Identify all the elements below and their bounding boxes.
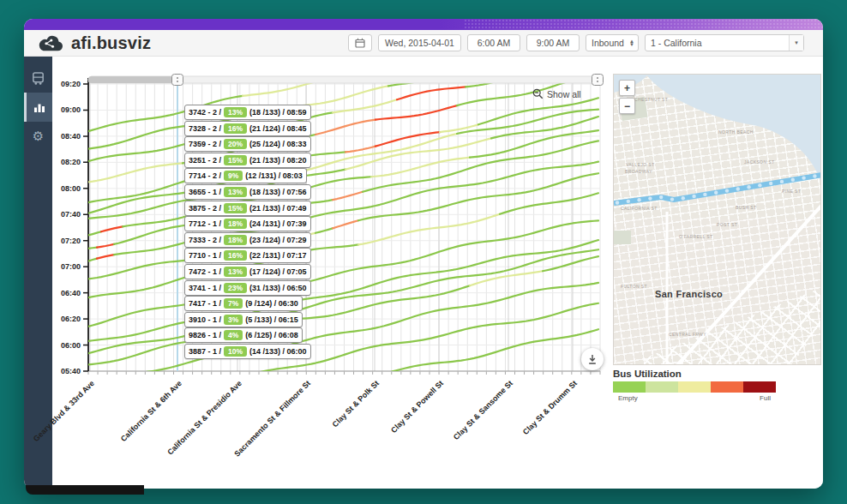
utilization-badge: 18%: [224, 219, 247, 229]
y-tick-label: 05:40: [61, 367, 81, 375]
calendar-icon: [355, 38, 365, 48]
trip-line[interactable]: [375, 132, 440, 147]
route-select[interactable]: 1 - California ▾: [645, 34, 804, 51]
y-tick-label: 06:00: [61, 341, 81, 350]
utilization-badge: 13%: [224, 107, 247, 117]
map-street-label: CENTRAL FRWY: [669, 332, 706, 337]
trip-label[interactable]: 3887 - 1 /10%(14 /133) / 06:00: [184, 344, 311, 359]
utilization-badge: 16%: [224, 250, 247, 261]
trip-line[interactable]: [88, 249, 598, 353]
trip-label[interactable]: 7710 - 1 /16%(22 /131) / 07:17: [184, 248, 311, 263]
trip-label[interactable]: 7333 - 2 /18%(23 /124) / 07:29: [184, 232, 311, 248]
map-panel[interactable]: + − San Francisco CHESTNUT STNORTH BEACH…: [613, 74, 821, 365]
trip-line[interactable]: [333, 99, 397, 112]
sidebar-item-settings[interactable]: ⚙: [24, 122, 52, 151]
utilization-badge: 3%: [224, 315, 243, 325]
trip-line[interactable]: [375, 105, 457, 119]
trip-label[interactable]: 3742 - 2 /13%(18 /133) / 08:59: [184, 105, 311, 120]
footer-strip: [26, 485, 144, 495]
utilization-badge: 9%: [224, 171, 243, 181]
trip-label[interactable]: 7328 - 2 /16%(21 /124) / 08:45: [184, 121, 311, 136]
trip-line[interactable]: [457, 110, 598, 134]
trip-label[interactable]: 3910 - 1 /3%(5 /133) / 06:15: [184, 312, 303, 327]
trip-label[interactable]: 9826 - 1 /4%(6 /125) / 06:08: [184, 327, 303, 343]
trip-line[interactable]: [101, 226, 123, 231]
zoom-out-icon: [532, 88, 544, 99]
gear-icon: ⚙: [33, 129, 44, 144]
app-window: afi.busviz Inbound ▲▼: [24, 19, 823, 489]
calendar-button[interactable]: [348, 34, 372, 51]
trip-line[interactable]: [397, 87, 466, 99]
trip-line[interactable]: [345, 147, 375, 153]
y-tick-label: 06:40: [61, 289, 81, 297]
legend-segment: [646, 381, 678, 393]
trip-label[interactable]: 7472 - 1 /13%(17 /124) / 07:05: [184, 264, 311, 279]
utilization-badge: 10%: [224, 346, 247, 357]
trip-line[interactable]: [97, 244, 114, 248]
city-label: San Francisco: [655, 289, 723, 299]
trip-label[interactable]: 7359 - 2 /20%(25 /124) / 08:33: [184, 136, 311, 152]
y-tick-label: 08:40: [61, 132, 81, 141]
trip-line[interactable]: [333, 192, 363, 200]
bus-icon: [31, 71, 45, 86]
download-button[interactable]: [581, 348, 604, 370]
map-zoom-in-button[interactable]: +: [619, 80, 635, 96]
legend-full-label: Full: [760, 394, 771, 402]
map-street-label: VALLEJO ST: [626, 162, 654, 167]
main-content: 09:2009:0008:4008:2008:0007:4007:2007:00…: [52, 57, 823, 489]
sidebar-item-chart[interactable]: [24, 93, 52, 122]
trip-line[interactable]: [333, 220, 358, 228]
legend-empty-label: Empty: [618, 394, 638, 402]
trip-line[interactable]: [315, 120, 375, 135]
map-street-label: JACKSON ST: [744, 159, 774, 165]
top-accent-bar: [24, 19, 823, 30]
utilization-badge: 20%: [224, 139, 247, 149]
trip-label[interactable]: 3741 - 1 /23%(31 /133) / 06:50: [184, 280, 311, 296]
y-tick-label: 07:00: [61, 262, 81, 271]
utilization-badge: 13%: [224, 267, 247, 277]
trip-line[interactable]: [448, 66, 478, 75]
trip-line[interactable]: [315, 228, 333, 232]
trip-label[interactable]: 7417 - 1 /7%(9 /124) / 06:30: [184, 296, 303, 311]
select-stepper-icon: ▲▼: [629, 39, 634, 46]
map-street-label: CALIFORNIA ST: [621, 206, 658, 211]
trip-line[interactable]: [478, 57, 598, 66]
y-tick-label: 07:40: [61, 210, 81, 219]
trip-label[interactable]: 7714 - 2 /9%(12 /131) / 08:03: [184, 168, 307, 183]
map-street-label: BUSH ST: [736, 205, 756, 210]
map-street-label: BROADWAY: [625, 169, 652, 174]
date-input[interactable]: [378, 34, 461, 51]
utilization-legend: Bus Utilization Empty Full: [613, 369, 821, 402]
utilization-badge: 15%: [224, 155, 247, 165]
end-time-input[interactable]: [526, 34, 580, 51]
app-header: afi.busviz Inbound ▲▼: [24, 30, 823, 57]
sidebar-item-buses[interactable]: [24, 63, 52, 93]
utilization-badge: 4%: [224, 330, 243, 340]
trip-line[interactable]: [88, 240, 598, 341]
utilization-badge: 23%: [224, 283, 247, 293]
trip-label[interactable]: 3875 - 2 /15%(21 /133) / 07:49: [184, 201, 311, 216]
show-all-button[interactable]: Show all: [532, 88, 581, 99]
trip-line[interactable]: [97, 255, 114, 258]
map-street-label: PINE ST: [782, 189, 801, 194]
legend-segment: [711, 381, 743, 393]
trip-label[interactable]: 3251 - 2 /15%(21 /133) / 08:20: [184, 153, 311, 168]
y-tick-label: 07:20: [61, 237, 81, 245]
trip-lines[interactable]: [88, 57, 598, 433]
map-street-label: POST ST: [717, 222, 737, 227]
map-zoom-out-button[interactable]: −: [619, 98, 635, 114]
legend-segment: [613, 381, 646, 393]
brush-handle[interactable]: [592, 75, 604, 86]
trip-line[interactable]: [543, 256, 598, 271]
trip-line[interactable]: [88, 248, 97, 249]
direction-select[interactable]: Inbound ▲▼: [586, 34, 639, 51]
y-tick-label: 09:00: [61, 105, 81, 114]
map-street-label: FULTON ST: [621, 284, 647, 289]
trip-label[interactable]: 3655 - 1 /13%(18 /133) / 07:56: [184, 184, 311, 200]
page-background: afi.busviz Inbound ▲▼: [0, 0, 847, 504]
y-tick-label: 09:20: [61, 80, 81, 88]
brush-handle[interactable]: [172, 75, 183, 86]
trip-label[interactable]: 7712 - 1 /18%(24 /131) / 07:39: [184, 216, 311, 231]
start-time-input[interactable]: [467, 34, 520, 51]
trip-line[interactable]: [470, 271, 543, 285]
